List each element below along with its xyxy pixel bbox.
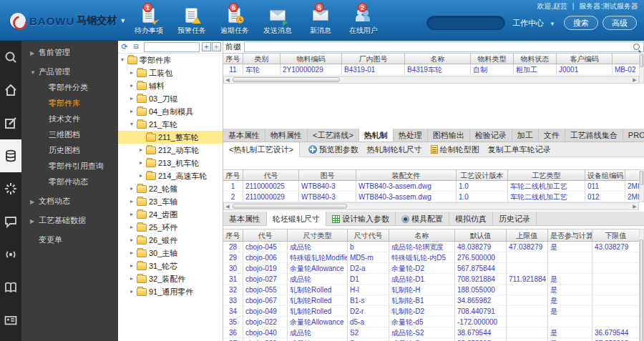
send-message-button[interactable]: 发送消息 — [256, 7, 299, 36]
prefix-search-input[interactable] — [244, 41, 644, 52]
book-icon[interactable] — [0, 271, 21, 304]
tree-expand-icon[interactable]: ▸ — [130, 208, 137, 221]
sidebar-menu-item[interactable]: 变更单 — [21, 232, 118, 247]
process-row[interactable]: 1 2110000025 WTB840-3 WTB840-3-assem.dwg… — [223, 181, 639, 192]
detail-tab[interactable]: 图档输出 — [428, 129, 470, 142]
tree-expand-icon[interactable]: ▸ — [130, 221, 137, 234]
dimension-row[interactable]: 35 cbojo-022 余量轮Allowance d5-a 余量轮-d5 -1… — [223, 317, 639, 327]
tree-node[interactable]: ▸ 04_自制模具 — [118, 105, 223, 118]
tree-node[interactable]: ▸ 23_车轴 — [118, 195, 223, 208]
copy-workorder-button[interactable]: 复制工单车轮记录 — [488, 144, 551, 155]
online-users-button[interactable]: 2 在线用户 — [342, 7, 385, 36]
tree-add-blue-button[interactable]: + — [202, 42, 211, 51]
sidebar-menu-item[interactable]: 三维图档 — [21, 127, 118, 142]
sidebar-menu-item[interactable]: ▼产品管理 — [21, 64, 118, 79]
tree-node[interactable]: ▸ 31_轮芯 — [118, 260, 223, 272]
tree-node[interactable]: ▸ 26_锻件 — [118, 234, 223, 247]
sidebar-menu-item[interactable]: ▶文档动态 — [21, 193, 118, 209]
tree-node[interactable]: ▸ 30_主轴 — [118, 247, 223, 260]
tree-node[interactable]: ▾ 零部件库 — [118, 54, 223, 66]
tree-expand-icon[interactable]: ▾ — [121, 54, 127, 66]
advanced-search-button[interactable]: 高级 — [602, 16, 637, 30]
edit-icon[interactable] — [0, 107, 21, 139]
home-icon[interactable] — [0, 74, 21, 107]
dimension-grid-vscrollbar[interactable] — [639, 229, 644, 341]
subtab-mold-config[interactable]: 模具配置 — [396, 212, 449, 226]
dimension-row[interactable]: 28 cbojo-045 成品轮 b 成品轮-轮辋宽度 48.038279 47… — [223, 242, 639, 252]
tree-node[interactable]: ▸ 24_齿圈 — [118, 208, 223, 221]
tree-expand-icon[interactable]: ▸ — [130, 182, 137, 195]
tree-node[interactable]: ▸ 212_动车轮 — [118, 144, 223, 157]
dimension-row[interactable]: 32 cbojo-055 轧制轮Rolled H-l 轧制轮-H 188.055… — [223, 285, 639, 295]
tree-filter-input[interactable] — [144, 42, 200, 52]
detail-tab[interactable]: 热轧制 — [359, 129, 394, 142]
dimension-row[interactable]: 31 cbojo-027 成品轮 D1 成品轮-D1 708.921884 71… — [223, 274, 639, 285]
collapse-tree-icon[interactable]: ⊟ — [131, 42, 141, 51]
search-scope-dropdown[interactable]: 工作中心 ▼ — [512, 18, 555, 29]
subtab-basic[interactable]: 基本属性 — [223, 212, 267, 226]
refresh-icon[interactable]: ⟳ — [119, 42, 130, 51]
id-card-icon[interactable] — [0, 304, 21, 337]
sidebar-menu-item[interactable]: ▶工艺基础数据 — [21, 212, 118, 228]
detail-tab[interactable]: 基本属性 — [223, 129, 265, 142]
detail-tab[interactable]: 检验记录 — [470, 129, 512, 142]
dimension-row[interactable]: 29 cbojo-006 特殊锻轧轮Modified MD5-m 特殊锻轧轮-内… — [223, 252, 639, 263]
dimension-row[interactable]: 33 cbojo-067 轧制轮Rolled B1-s 轧制轮-B1 34.86… — [223, 295, 639, 306]
tree-expand-icon[interactable]: ▾ — [130, 118, 137, 131]
process-grid-hscrollbar[interactable]: ◀ ▶ — [223, 202, 639, 210]
tree-expand-icon[interactable]: ▸ — [130, 285, 137, 298]
search-icon[interactable] — [633, 43, 641, 51]
sidebar-menu-item[interactable]: 零部件引用查询 — [21, 158, 118, 174]
tree-expand-icon[interactable]: ▸ — [130, 234, 137, 247]
alert-tasks-button[interactable]: 预警任务 — [170, 7, 213, 36]
todo-button[interactable]: 1 待办事项 — [127, 7, 170, 36]
sidebar-menu-item[interactable]: 零部件库 — [21, 95, 118, 111]
tree-expand-icon[interactable]: ▸ — [140, 144, 146, 157]
tree-expand-icon[interactable]: ▸ — [130, 260, 137, 272]
detail-tab[interactable]: 工艺路线集合 — [565, 129, 623, 142]
process-row[interactable]: 2 2110000029 WTB840-3 WTB840-3-assem.dwg… — [223, 192, 639, 202]
detail-tab[interactable]: 热处理 — [394, 129, 428, 142]
dimension-row[interactable]: 37 cbojo-039 成品轮 S 成品轮-S 38.052918 是 37.… — [223, 338, 639, 341]
material-grid-hscrollbar[interactable]: ◀ ▶ — [223, 76, 639, 84]
tree-node[interactable]: ▸ 03_刀辊 — [118, 92, 223, 105]
tree-node[interactable]: ▸ 工装包 — [118, 66, 223, 79]
chat-icon[interactable] — [0, 205, 21, 238]
detail-tab[interactable]: <工艺路线> — [308, 129, 359, 142]
sidebar-menu-item[interactable]: 历史图档 — [21, 142, 118, 158]
material-row[interactable]: 11 车轮 2Y10000029 B4319-01 B4319车轮 自制 粗加工… — [223, 64, 639, 75]
dimension-row[interactable]: 34 cbojo-049 轧制轮Rolled D2-r 轧制轮-D2 708.4… — [223, 306, 639, 317]
overdue-tasks-button[interactable]: 6 逾期任务 — [213, 7, 256, 36]
subtab-blank-dims[interactable]: 轮坯锻轧尺寸 — [267, 212, 326, 226]
search-button[interactable]: 搜索 — [564, 16, 598, 30]
dimension-row[interactable]: 30 cbojo-019 余量轮Allowance D2-a 余量轮-D2 56… — [223, 263, 639, 274]
detail-tab[interactable]: PRO文件 — [623, 129, 644, 142]
global-search-input[interactable] — [426, 16, 505, 30]
sidebar-menu-item[interactable]: ▶售前管理 — [21, 44, 118, 60]
subtab-history[interactable]: 历史记录 — [493, 212, 537, 226]
tree-node[interactable]: ▸ 25_环件 — [118, 221, 223, 234]
tree-expand-icon[interactable]: ▸ — [130, 92, 137, 105]
tree-expand-icon[interactable]: ▸ — [130, 247, 137, 260]
subtab-simulation[interactable]: 模拟仿真 — [449, 212, 493, 226]
material-grid-vscrollbar[interactable] — [639, 53, 644, 84]
database-icon[interactable] — [0, 139, 21, 172]
broadcast-icon[interactable] — [0, 238, 21, 271]
app-logo[interactable]: BAOWU 马钢交材 ▼ — [10, 13, 126, 29]
tree-expand-icon[interactable]: ▸ — [130, 79, 137, 92]
loading-spinner-icon[interactable] — [0, 172, 21, 205]
tree-add-orange-button[interactable]: + — [212, 42, 221, 51]
tree-expand-icon[interactable]: ▸ — [130, 195, 137, 208]
detail-tab[interactable]: 物料属性 — [265, 129, 308, 142]
process-grid-vscrollbar[interactable] — [639, 169, 644, 202]
dimension-row[interactable]: 36 cbojo-040 成品轮 S2 成品轮-S2 38.679544 是 3… — [223, 327, 639, 338]
tree-node[interactable]: ▸ 214_高速车轮 — [118, 169, 223, 182]
sidebar-menu-item[interactable]: 技术文件 — [21, 111, 118, 127]
tree-expand-icon[interactable]: ▸ — [130, 105, 137, 118]
tree-node[interactable]: ▸ 32_装配件 — [118, 272, 223, 285]
sidebar-menu-item[interactable]: 零部件分类 — [21, 79, 118, 95]
hot-rolling-design-tab[interactable]: <热轧制工艺设计> — [223, 142, 300, 157]
new-message-button[interactable]: 5 新消息 — [299, 7, 342, 36]
tree-node[interactable]: ▸ 辅料 — [118, 79, 223, 92]
tree-node[interactable]: 211_整车轮 — [118, 131, 223, 144]
